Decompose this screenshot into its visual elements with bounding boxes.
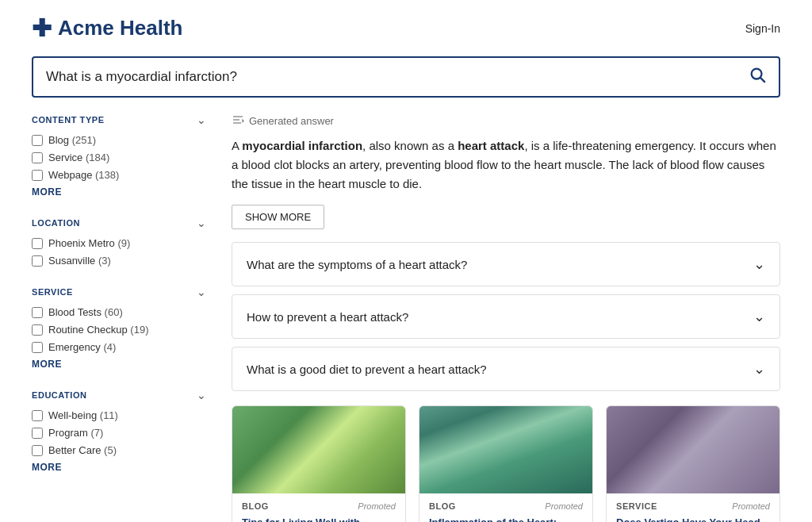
filter-group-location: LOCATION ⌄ Phoenix Metro (9) Susanville … (32, 217, 206, 267)
result-card[interactable]: BLOG Promoted Inflammation of the Heart:… (419, 405, 593, 522)
filter-label: Program (7) (48, 427, 103, 439)
logo-icon: ✚ (32, 14, 52, 42)
faq-item[interactable]: How to prevent a heart attack? ⌄ (232, 294, 780, 339)
filter-label: Blood Tests (60) (48, 306, 123, 318)
filter-label: Well-being (11) (48, 409, 118, 421)
card-promoted: Promoted (732, 501, 770, 511)
filter-count: (3) (98, 255, 111, 267)
filter-group-header-service[interactable]: SERVICE ⌄ (32, 286, 206, 298)
filter-checkbox[interactable] (32, 170, 43, 181)
filter-checkbox[interactable] (32, 255, 43, 267)
card-title[interactable]: Does Vertigo Have Your Head Spinning? (616, 516, 770, 522)
show-more-button[interactable]: SHOW MORE (232, 205, 324, 229)
card-title[interactable]: Tips for Living Well with Recurrent Peri… (242, 516, 396, 522)
filter-count: (19) (130, 324, 148, 336)
card-promoted: Promoted (545, 501, 583, 511)
filter-count: (7) (90, 427, 103, 439)
filter-group-service: SERVICE ⌄ Blood Tests (60) Routine Check… (32, 286, 206, 370)
filter-item[interactable]: Well-being (11) (32, 409, 206, 421)
filter-group-header-education[interactable]: EDUCATION ⌄ (32, 389, 206, 401)
chevron-down-icon: ⌄ (753, 308, 765, 325)
filter-item[interactable]: Blog (251) (32, 134, 206, 146)
answer-bold-2: heart attack (458, 139, 524, 152)
search-icon[interactable] (749, 66, 766, 88)
sidebar: CONTENT TYPE ⌄ Blog (251) Service (184) … (32, 113, 206, 522)
sign-in-link[interactable]: Sign-In (745, 22, 780, 35)
filter-item[interactable]: Blood Tests (60) (32, 306, 206, 318)
logo-text: Acme Health (58, 16, 183, 40)
filter-item[interactable]: Service (184) (32, 152, 206, 163)
filter-group-education: EDUCATION ⌄ Well-being (11) Program (7) … (32, 389, 206, 473)
faq-question: What are the symptoms of a heart attack? (247, 258, 467, 271)
result-card[interactable]: SERVICE Promoted Does Vertigo Have Your … (606, 405, 780, 522)
generated-answer-header: Generated answer (232, 113, 780, 129)
card-type: SERVICE (616, 501, 657, 511)
filter-item[interactable]: Program (7) (32, 427, 206, 439)
filter-group-content-type: CONTENT TYPE ⌄ Blog (251) Service (184) … (32, 113, 206, 198)
faq-question: What is a good diet to prevent a heart a… (247, 363, 487, 376)
filter-group-title-service: SERVICE (32, 287, 73, 297)
logo: ✚ Acme Health (32, 14, 183, 42)
faq-item[interactable]: What is a good diet to prevent a heart a… (232, 347, 780, 391)
card-image (607, 406, 779, 493)
filter-count: (184) (86, 152, 109, 163)
filter-label: Phoenix Metro (9) (48, 237, 130, 249)
card-body: SERVICE Promoted Does Vertigo Have Your … (607, 493, 779, 522)
card-meta: BLOG Promoted (242, 501, 396, 511)
card-meta: BLOG Promoted (429, 501, 583, 511)
filter-checkbox[interactable] (32, 342, 43, 353)
filter-count: (11) (100, 409, 118, 421)
filter-group-title-location: LOCATION (32, 218, 80, 228)
filter-label: Better Care (5) (48, 444, 117, 456)
content-area: Generated answer A myocardial infarction… (232, 113, 780, 522)
answer-text: A myocardial infarction, also known as a… (232, 136, 780, 194)
filter-group-header-content-type[interactable]: CONTENT TYPE ⌄ (32, 113, 206, 126)
filter-item[interactable]: Phoenix Metro (9) (32, 237, 206, 249)
filter-checkbox[interactable] (32, 410, 43, 421)
filter-checkbox[interactable] (32, 238, 43, 249)
more-link[interactable]: MORE (32, 186, 206, 198)
result-card[interactable]: BLOG Promoted Tips for Living Well with … (232, 405, 406, 522)
card-promoted: Promoted (358, 501, 396, 511)
filter-group-header-location[interactable]: LOCATION ⌄ (32, 217, 206, 229)
chevron-down-icon: ⌄ (197, 389, 206, 401)
faq-container: What are the symptoms of a heart attack?… (232, 242, 780, 391)
faq-item[interactable]: What are the symptoms of a heart attack?… (232, 242, 780, 286)
svg-line-1 (760, 78, 764, 82)
card-body: BLOG Promoted Tips for Living Well with … (232, 493, 405, 522)
more-link[interactable]: MORE (32, 462, 206, 473)
cards-row: BLOG Promoted Tips for Living Well with … (232, 405, 780, 522)
filter-item[interactable]: Emergency (4) (32, 341, 206, 353)
search-bar[interactable] (32, 56, 780, 98)
filter-group-title-education: EDUCATION (32, 390, 87, 400)
search-input[interactable] (46, 69, 742, 85)
filter-label: Service (184) (48, 152, 109, 163)
filter-label: Blog (251) (48, 134, 96, 146)
more-link[interactable]: MORE (32, 359, 206, 370)
chevron-down-icon: ⌄ (197, 217, 206, 229)
filter-item[interactable]: Routine Checkup (19) (32, 324, 206, 336)
filter-label: Emergency (4) (48, 341, 116, 353)
filter-checkbox[interactable] (32, 152, 43, 163)
filter-count: (9) (117, 237, 130, 249)
filter-checkbox[interactable] (32, 324, 43, 336)
filter-count: (4) (103, 341, 116, 353)
filter-item[interactable]: Better Care (5) (32, 444, 206, 456)
card-type: BLOG (242, 501, 269, 511)
card-title[interactable]: Inflammation of the Heart: Myocarditis, … (429, 516, 583, 522)
chevron-down-icon: ⌄ (753, 255, 765, 273)
filter-item[interactable]: Susanville (3) (32, 255, 206, 267)
filter-checkbox[interactable] (32, 135, 43, 146)
filter-checkbox[interactable] (32, 445, 43, 456)
generated-answer-label: Generated answer (249, 115, 334, 127)
filter-count: (60) (105, 306, 123, 318)
filter-checkbox[interactable] (32, 428, 43, 439)
filter-checkbox[interactable] (32, 307, 43, 318)
filter-label: Routine Checkup (19) (48, 324, 148, 336)
generated-icon (232, 113, 244, 129)
header: ✚ Acme Health Sign-In (0, 0, 812, 56)
filter-item[interactable]: Webpage (138) (32, 169, 206, 181)
card-body: BLOG Promoted Inflammation of the Heart:… (419, 493, 592, 522)
card-type: BLOG (429, 501, 456, 511)
card-image (232, 406, 405, 493)
